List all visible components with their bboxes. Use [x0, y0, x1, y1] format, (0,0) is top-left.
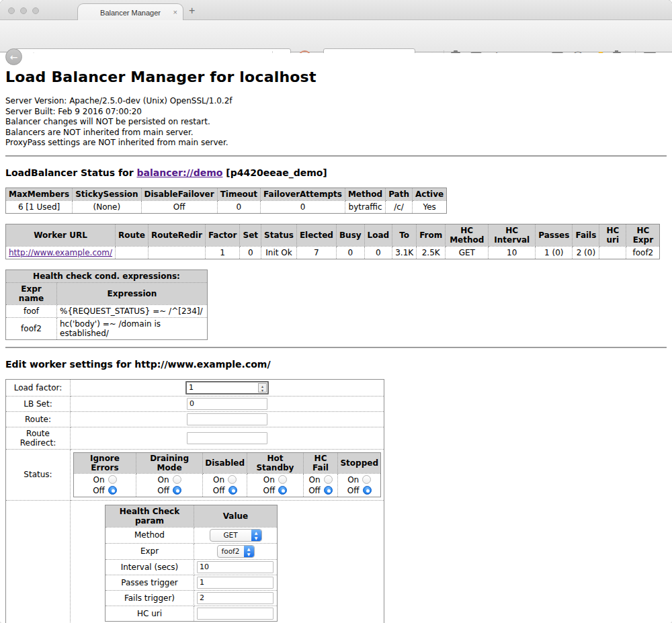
health-check-row-label [6, 500, 71, 623]
passes-label: Passes trigger [106, 575, 194, 590]
off-label: Off [157, 486, 169, 495]
draining-mode-off-radio[interactable] [173, 486, 181, 495]
on-label: On [93, 475, 104, 485]
on-label: On [263, 475, 275, 485]
route-input[interactable] [187, 413, 267, 425]
load-factor-input[interactable] [185, 381, 269, 394]
method-label: Method [106, 527, 194, 543]
tab-title: Balancer Manager [100, 9, 161, 17]
col-to: To [392, 224, 417, 246]
expr-select[interactable]: foof2▲▼ [217, 545, 255, 558]
col-hc-method: HC Method [446, 224, 489, 246]
col-method: Method [345, 188, 385, 200]
col-timeout: Timeout [217, 188, 260, 200]
disabled-off-radio[interactable] [228, 486, 237, 495]
form-row-lb-set: LB Set: [6, 396, 384, 411]
val-factor: 1 [205, 246, 240, 259]
tab-close-icon[interactable]: × [173, 8, 177, 16]
passes-input[interactable] [197, 577, 274, 589]
edit-worker-form: Load factor: ▴▾ LB Set: Route: Route Red… [5, 379, 384, 623]
col-hc-interval: HC Interval [489, 224, 536, 246]
hc-row-interval: Interval (secs) [106, 559, 278, 575]
new-tab-button[interactable]: + [189, 5, 195, 16]
health-check-param-table: Health Check param Value Method GET▲▼ Ex… [105, 505, 278, 622]
col-factor: Factor [205, 224, 240, 246]
hc-row-fails: Fails trigger) [106, 590, 278, 606]
form-row-load-factor: Load factor: ▴▾ [6, 379, 384, 396]
col-disabled: Disabled [203, 452, 247, 473]
hc-uri-input[interactable] [197, 608, 274, 620]
interval-label: Interval (secs) [106, 559, 194, 575]
status-heading-prefix: LoadBalancer Status for [5, 167, 137, 178]
fails-input[interactable] [197, 592, 274, 604]
table-row: 6 [1 Used] (None) Off 0 0 bytraffic /c/ … [6, 200, 447, 213]
ignore-errors-off-radio[interactable] [108, 486, 117, 495]
col-set: Set [240, 224, 261, 246]
fails-label: Fails trigger) [106, 590, 194, 606]
hot-standby-on-radio[interactable] [278, 475, 287, 484]
expr-select-value: foof2 [218, 546, 244, 557]
page-content: Load Balancer Manager for localhost Serv… [0, 53, 672, 623]
interval-input[interactable] [197, 561, 274, 573]
col-draining-mode: Draining Mode [136, 452, 202, 473]
number-spinner-icon[interactable]: ▴▾ [258, 383, 267, 392]
off-label: Off [93, 486, 105, 495]
disabled-on-radio[interactable] [228, 475, 237, 484]
val-hc-expr: foof2 [626, 246, 660, 259]
val-fails: 2 (0) [573, 246, 599, 259]
titlebar: Balancer Manager × + [0, 0, 672, 20]
val-maxmembers: 6 [1 Used] [6, 200, 73, 213]
col-stopped: Stopped [338, 452, 381, 473]
form-row-health-check: Health Check param Value Method GET▲▼ Ex… [6, 500, 384, 623]
divider [5, 347, 667, 348]
expr-value-foof2: hc('body') =~ /domain is established/ [57, 317, 208, 339]
val-route [116, 246, 149, 259]
val-elected: 7 [296, 246, 336, 259]
table-header-row: Expr name Expression [6, 282, 208, 304]
hc-fail-on-radio[interactable] [324, 475, 333, 484]
col-elected: Elected [296, 224, 336, 246]
stopped-off-radio[interactable] [363, 486, 372, 495]
lb-set-input[interactable] [187, 398, 267, 410]
hc-row-passes: Passes trigger [106, 575, 278, 590]
col-status: Status [261, 224, 297, 246]
stopped-on-radio[interactable] [362, 475, 371, 484]
select-stepper-icon: ▲▼ [244, 546, 254, 557]
worker-url-link[interactable]: http://www.example.com/ [9, 248, 112, 257]
val-routeredir [148, 246, 205, 259]
table-title-row: Health check cond. expressions: [6, 269, 208, 282]
persist-note-line: Balancer changes will NOT be persisted o… [5, 117, 667, 128]
col-worker-url: Worker URL [6, 224, 116, 246]
hc-fail-off-radio[interactable] [324, 486, 333, 495]
method-select[interactable]: GET▲▼ [210, 529, 262, 542]
col-hc-fail: HC Fail [303, 452, 338, 473]
val-timeout: 0 [217, 200, 260, 213]
hc-header-row: Health Check param Value [106, 505, 278, 527]
col-path: Path [386, 188, 413, 200]
val-disablefailover: Off [141, 200, 217, 213]
server-version-line: Server Version: Apache/2.5.0-dev (Unix) … [5, 96, 667, 107]
col-ignore-errors: Ignore Errors [74, 452, 136, 473]
balancer-demo-link[interactable]: balancer://demo [137, 167, 223, 178]
col-failoverattempts: FailoverAttempts [261, 188, 345, 200]
col-from: From [417, 224, 446, 246]
close-window-button[interactable] [8, 7, 15, 14]
hot-standby-off-radio[interactable] [278, 486, 287, 495]
val-hc-method: GET [446, 246, 489, 259]
tab-balancer-manager[interactable]: Balancer Manager × [77, 3, 183, 21]
ignore-errors-on-radio[interactable] [108, 475, 117, 484]
off-label: Off [263, 486, 276, 495]
col-hc-value: Value [194, 505, 278, 527]
on-label: On [309, 475, 321, 485]
route-redirect-input[interactable] [187, 432, 267, 444]
val-path: /c/ [386, 200, 413, 213]
minimize-window-button[interactable] [20, 7, 27, 14]
val-hc-interval: 10 [489, 246, 536, 259]
back-button[interactable]: ← [5, 48, 22, 65]
col-route: Route [116, 224, 149, 246]
off-label: Off [308, 486, 321, 495]
route-redirect-label: Route Redirect: [6, 427, 71, 449]
zoom-window-button[interactable] [32, 7, 39, 14]
off-label: Off [347, 486, 360, 495]
draining-mode-on-radio[interactable] [173, 475, 181, 484]
